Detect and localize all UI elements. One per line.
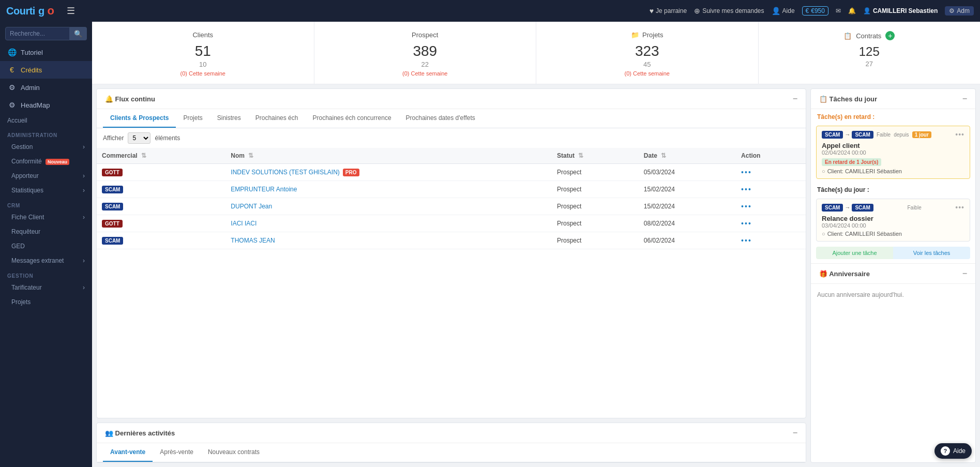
euro-icon: € bbox=[806, 7, 809, 14]
search-input[interactable] bbox=[5, 27, 70, 40]
chevron-right-icon-6: › bbox=[83, 284, 85, 291]
suivre-demandes-button[interactable]: ⊕ Suivre mes demandes bbox=[694, 7, 764, 15]
table-row: SCAM DUPONT Jean Prospect 15/02/2024 ••• bbox=[97, 198, 806, 215]
sidebar-item-fiche-client[interactable]: Fiche Client › bbox=[0, 210, 92, 224]
tab-nouveaux-contrats[interactable]: Nouveaux contrats bbox=[201, 443, 267, 462]
tab-clients-prospects[interactable]: Clients & Prospects bbox=[103, 109, 176, 128]
stat-contrats: 📋 Contrats + 125 27 bbox=[759, 22, 981, 84]
view-tasks-button[interactable]: Voir les tâches bbox=[893, 247, 970, 259]
add-task-button[interactable]: Ajouter une tâche bbox=[816, 247, 893, 259]
euro-icon: € bbox=[7, 66, 17, 74]
cell-action: ••• bbox=[736, 181, 806, 198]
sidebar-item-gestion[interactable]: Gestion › bbox=[0, 140, 92, 154]
sidebar-item-admin[interactable]: ⚙ Admin bbox=[0, 79, 92, 96]
action-button[interactable]: ••• bbox=[741, 202, 752, 210]
table-row: SCAM EMPRUNTEUR Antoine Prospect 15/02/2… bbox=[97, 181, 806, 198]
sidebar-search-area: 🔍 bbox=[0, 22, 92, 43]
tab-avant-vente[interactable]: Avant-vente bbox=[103, 443, 153, 462]
tab-projets[interactable]: Projets bbox=[176, 109, 209, 128]
client-link[interactable]: THOMAS JEAN bbox=[231, 237, 275, 244]
tab-prochaines-ech-conc[interactable]: Prochaines éch concurrence bbox=[305, 109, 398, 128]
elements-select[interactable]: 5 10 25 50 bbox=[128, 132, 150, 144]
commercial-badge: GOTT bbox=[102, 220, 123, 228]
sidebar-item-apporteur[interactable]: Apporteur › bbox=[0, 169, 92, 183]
statistiques-label: Statistiques bbox=[11, 187, 43, 194]
cell-commercial: GOTT bbox=[97, 215, 225, 232]
topnav: Courtigo ☰ ♥ Je parraine ⊕ Suivre mes de… bbox=[0, 0, 980, 22]
sort-icon-date: ⇅ bbox=[661, 152, 666, 159]
sidebar-item-requeteur[interactable]: Requêteur bbox=[0, 224, 92, 239]
sidebar-item-statistiques[interactable]: Statistiques › bbox=[0, 183, 92, 198]
mail-button[interactable]: ✉ bbox=[836, 7, 841, 14]
aide-button[interactable]: 👤 Aide bbox=[772, 7, 795, 15]
cell-statut: Prospect bbox=[552, 215, 639, 232]
chevron-right-icon-3: › bbox=[83, 187, 85, 194]
activites-minimize-button[interactable]: − bbox=[793, 428, 797, 438]
hamburger-button[interactable]: ☰ bbox=[67, 5, 75, 17]
task-priority-label: Faible bbox=[877, 132, 891, 138]
sidebar-item-tarificateur[interactable]: Tarificateur › bbox=[0, 280, 92, 295]
sort-icon-commercial: ⇅ bbox=[141, 152, 146, 159]
action-button[interactable]: ••• bbox=[741, 168, 752, 176]
stat-clients-sub: 10 bbox=[102, 61, 304, 68]
stat-prospect-week: (0) Cette semaine bbox=[325, 70, 526, 77]
action-button[interactable]: ••• bbox=[741, 236, 752, 245]
sidebar-item-ged[interactable]: GED bbox=[0, 239, 92, 253]
today-badge-from: SCAM bbox=[822, 204, 843, 212]
stat-prospect-title: Prospect bbox=[325, 31, 526, 39]
client-link[interactable]: INDEV SOLUTIONS (TEST GHISLAIN) bbox=[231, 169, 339, 176]
task-since-value: 1 jour bbox=[912, 131, 931, 138]
notifications-button[interactable]: 🔔 bbox=[848, 7, 856, 14]
tab-sinistres[interactable]: Sinistres bbox=[210, 109, 248, 128]
commercial-badge: SCAM bbox=[102, 237, 123, 245]
stat-projets-main: 323 bbox=[547, 43, 748, 59]
help-label: Aide bbox=[953, 447, 966, 455]
late-task-date: 02/04/2024 00:00 bbox=[822, 149, 964, 156]
sidebar-item-conformite[interactable]: Conformité Nouveau bbox=[0, 154, 92, 169]
today-task-more-button[interactable]: ••• bbox=[955, 203, 964, 212]
badge-from: SCAM bbox=[822, 131, 843, 139]
client-link[interactable]: EMPRUNTEUR Antoine bbox=[231, 186, 297, 193]
parrainage-button[interactable]: ♥ Je parraine bbox=[650, 7, 687, 15]
stat-clients: Clients 51 10 (0) Cette semaine bbox=[92, 22, 314, 84]
aide-label: Aide bbox=[782, 7, 795, 14]
today-bullet-icon: ○ bbox=[822, 231, 825, 237]
sidebar-accueil-link[interactable]: Accueil bbox=[0, 114, 92, 127]
sidebar-item-projets[interactable]: Projets bbox=[0, 295, 92, 309]
chevron-right-icon-5: › bbox=[83, 257, 85, 264]
action-button[interactable]: ••• bbox=[741, 185, 752, 193]
client-link[interactable]: DUPONT Jean bbox=[231, 203, 272, 210]
activites-tabs: Avant-vente Après-vente Nouveaux contrat… bbox=[97, 443, 806, 462]
sidebar-item-credits[interactable]: € Crédits bbox=[0, 61, 92, 79]
accueil-label: Accueil bbox=[7, 117, 27, 124]
late-task-client: ○ Client: CAMILLERI Sébastien bbox=[822, 168, 964, 174]
today-task-header: SCAM → SCAM Faible ••• bbox=[822, 203, 964, 212]
anniversaire-minimize-button[interactable]: − bbox=[962, 269, 967, 278]
sidebar-item-messages[interactable]: Messages extranet › bbox=[0, 253, 92, 268]
cell-action: ••• bbox=[736, 198, 806, 215]
flux-minimize-button[interactable]: − bbox=[793, 94, 797, 103]
tab-prochaines-dates[interactable]: Prochaines dates d'effets bbox=[399, 109, 483, 128]
tasks-minimize-button[interactable]: − bbox=[962, 94, 967, 103]
tab-prochaines-ech[interactable]: Prochaines éch bbox=[248, 109, 306, 128]
adm-button[interactable]: ⚙ Adm bbox=[945, 6, 974, 16]
sidebar-item-headmap[interactable]: ⚙ HeadMap bbox=[0, 96, 92, 114]
pro-badge: PRO bbox=[343, 169, 359, 176]
help-button[interactable]: ? Aide bbox=[934, 443, 972, 459]
task-more-button[interactable]: ••• bbox=[955, 130, 964, 139]
credits-display: € €950 bbox=[802, 6, 828, 16]
sidebar-item-tutoriel[interactable]: 🌐 Tutoriel bbox=[0, 43, 92, 61]
today-tasks-title: Tâche(s) du jour : bbox=[811, 182, 975, 195]
folder-icon: 📁 bbox=[631, 31, 639, 39]
stat-prospect-sub: 22 bbox=[325, 61, 526, 68]
add-contrat-button[interactable]: + bbox=[885, 31, 895, 40]
search-button[interactable]: 🔍 bbox=[70, 27, 87, 40]
flux-tabs: Clients & Prospects Projets Sinistres Pr… bbox=[97, 109, 806, 128]
client-link[interactable]: IACI IACI bbox=[231, 220, 257, 227]
user-button[interactable]: 👤 CAMILLERI Sebastien bbox=[863, 7, 938, 14]
tab-apres-vente[interactable]: Après-vente bbox=[153, 443, 201, 462]
sidebar: 🔍 🌐 Tutoriel € Crédits ⚙ Admin ⚙ HeadMap… bbox=[0, 22, 92, 467]
table-container: Commercial ⇅ Nom ⇅ Statut ⇅ Date ⇅ Actio… bbox=[97, 148, 806, 418]
action-button[interactable]: ••• bbox=[741, 219, 752, 228]
search-row: 🔍 bbox=[5, 27, 87, 40]
